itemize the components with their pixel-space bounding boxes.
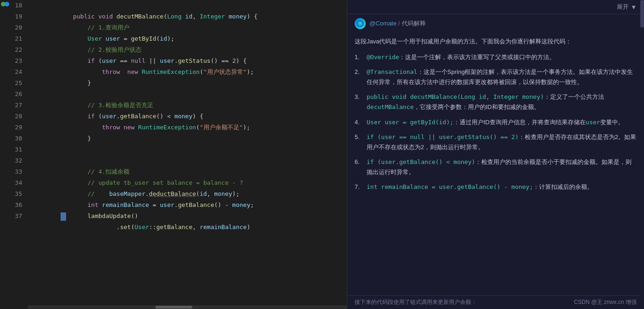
line-numbers: 18 19 20 21 22 23 24 25 26 27 28 29 30 3… [0, 0, 28, 309]
code-ref-null-check: if (user == null || user.getStatus() == … [367, 133, 519, 140]
right-scrollbar-thumb [640, 0, 644, 28]
ai-attribution-row: @Comate / 代码解释 [347, 14, 644, 33]
item-text-4: User user = getById(id);：通过用户ID查询用户信息，并将… [367, 117, 637, 127]
source-slash: / [398, 20, 400, 27]
item-number-5: 5. [355, 132, 363, 142]
line-number-35: 35 [0, 188, 28, 200]
ai-source-text: @Comate / 代码解释 [369, 19, 426, 28]
code-scrollbar-horizontal[interactable] [28, 305, 347, 309]
ai-intro-text: 这段Java代码是一个用于扣减用户余额的方法。下面我会为你逐行解释这段代码： [355, 36, 637, 47]
item-number-6: 6. [355, 157, 363, 167]
line-18-icon [1, 0, 9, 11]
brand-text: znwx.cn [604, 299, 624, 305]
ai-list-item-3: 3. public void decutMBalance(Long id, In… [355, 92, 637, 112]
line-number-27: 27 [0, 100, 28, 111]
csdn-text: CSDN @王 [574, 299, 602, 305]
code-editor-panel: 18 19 20 21 22 23 24 25 26 27 28 29 30 3… [0, 0, 347, 309]
code-line-26: // 3.检验余额是否充足 [28, 89, 347, 100]
line-number-21: 21 [0, 33, 28, 44]
item-text-5: if (user == null || user.getStatus() == … [367, 132, 637, 152]
code-scrollbar-thumb [155, 306, 192, 309]
item-number-7: 7. [355, 182, 363, 192]
right-scrollbar[interactable] [640, 0, 644, 309]
code-line-32: // 4.扣减余额 [28, 155, 347, 166]
code-area: 18 19 20 21 22 23 24 25 26 27 28 29 30 3… [0, 0, 347, 309]
line-number-24: 24 [0, 67, 28, 78]
code-ref-transactional: @Transactional [367, 68, 417, 75]
item-text-1: @Override：这是一个注解，表示该方法重写了父类或接口中的方法。 [367, 52, 637, 62]
line-number-26: 26 [0, 89, 28, 100]
code-line-31 [28, 144, 347, 155]
line-number-20: 20 [0, 22, 28, 33]
ai-explanation-panel: 展开 ▼ @Comate / 代码解释 这段Java代码是一个用于扣减用户余额的… [347, 0, 644, 309]
comate-logo [355, 18, 366, 29]
ai-panel-header: 展开 ▼ [347, 0, 644, 14]
suffix-text: 增强 [626, 299, 637, 305]
item-number-1: 1. [355, 52, 363, 62]
code-ref-user-var: user [586, 119, 600, 126]
item-text-2: @Transactional：这是一个Spring框架的注解，表示该方法是一个事… [367, 67, 637, 87]
item-text-6: if (user.getBalance() < money)：检查用户的当前余额… [367, 157, 637, 177]
item-number-2: 2. [355, 67, 363, 77]
code-line-18: public void decutMBalance(Long id, Integ… [28, 0, 347, 11]
line-number-18: 18 [0, 0, 28, 11]
line-number-25: 25 [0, 78, 28, 89]
chevron-down-icon: ▼ [631, 4, 637, 11]
ai-list-item-2: 2. @Transactional：这是一个Spring框架的注解，表示该方法是… [355, 67, 637, 87]
svg-point-1 [5, 2, 9, 6]
line-number-30: 30 [0, 133, 28, 144]
expand-button[interactable]: 展开 ▼ [617, 3, 637, 11]
item-text-7: int remainBalance = user.getBalance() - … [367, 182, 637, 192]
item-number-3: 3. [355, 92, 363, 102]
code-ref-remain-balance: int remainBalance = user.getBalance() - … [367, 183, 533, 190]
ai-list-item-1: 1. @Override：这是一个注解，表示该方法重写了父类或接口中的方法。 [355, 52, 637, 62]
line-number-37: 37 [0, 211, 28, 222]
ai-panel-footer: 接下来的代码段使用了链式调用来更新用户余额： CSDN @王 znwx.cn 增… [347, 295, 644, 309]
code-ref-method-name: decutMBalance [367, 103, 414, 110]
ai-list-item-7: 7. int remainBalance = user.getBalance()… [355, 182, 637, 192]
at-symbol: @Comate [369, 20, 397, 27]
line-number-34: 34 [0, 177, 28, 188]
code-ref-balance-check: if (user.getBalance() < money) [367, 158, 475, 165]
code-ref-getbyid: User user = getById(id); [367, 119, 454, 126]
line-number-23: 23 [0, 55, 28, 67]
line-number-28: 28 [0, 111, 28, 122]
line-number-36: 36 [0, 200, 28, 211]
line-number-32: 32 [0, 155, 28, 166]
ai-content-area[interactable]: 这段Java代码是一个用于扣减用户余额的方法。下面我会为你逐行解释这段代码： 1… [347, 33, 644, 295]
code-content: public void decutMBalance(Long id, Integ… [28, 0, 347, 309]
line-number-33: 33 [0, 166, 28, 177]
line-number-22: 22 [0, 44, 28, 55]
comate-logo-inner [356, 20, 364, 27]
item-number-4: 4. [355, 117, 363, 127]
code-ref-method-sig: public void decutMBalance(Long id, Integ… [367, 93, 544, 100]
ai-list-item-4: 4. User user = getById(id);：通过用户ID查询用户信息… [355, 117, 637, 127]
line-number-31: 31 [0, 144, 28, 155]
item-text-3: public void decutMBalance(Long id, Integ… [367, 92, 637, 112]
expand-label: 展开 [617, 3, 629, 11]
ai-list-item-5: 5. if (user == null || user.getStatus() … [355, 132, 637, 152]
source-label: 代码解释 [402, 20, 426, 27]
line-number-29: 29 [0, 122, 28, 133]
ai-explanation-list: 1. @Override：这是一个注解，表示该方法重写了父类或接口中的方法。 2… [355, 52, 637, 192]
footer-right-text: CSDN @王 znwx.cn 增强 [574, 298, 637, 306]
footer-left-text: 接下来的代码段使用了链式调用来更新用户余额： [355, 298, 477, 306]
line-number-19: 19 [0, 11, 28, 22]
code-ref-override: @Override [367, 54, 399, 61]
ai-list-item-6: 6. if (user.getBalance() < money)：检查用户的当… [355, 157, 637, 177]
